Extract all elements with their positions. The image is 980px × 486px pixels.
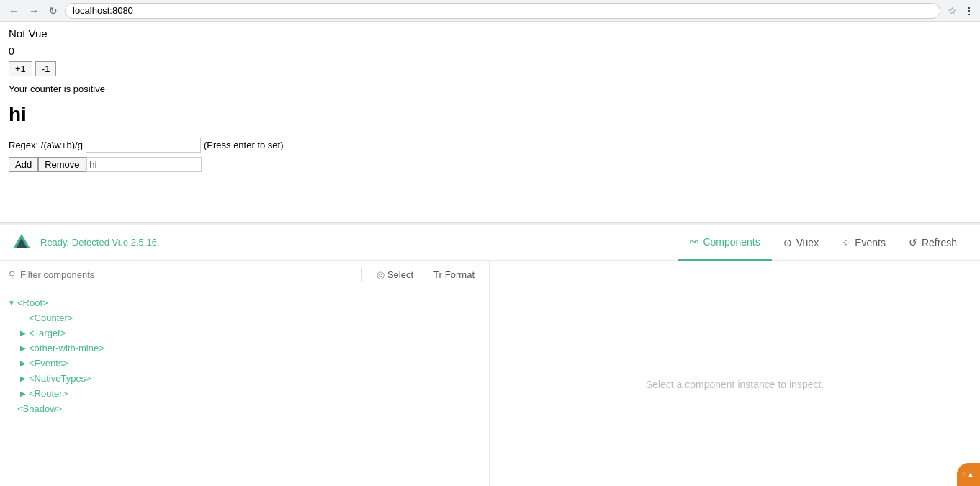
bookmark-icon: ☆ xyxy=(945,4,960,18)
tab-vuex[interactable]: ⊙ Vuex xyxy=(772,225,830,261)
regex-hint: (Press enter to set) xyxy=(204,140,284,150)
tab-events[interactable]: ⁘ Events xyxy=(830,225,897,261)
toggle-target[interactable]: ▶ xyxy=(17,329,29,337)
inspect-hint: Select a component instance to inspect. xyxy=(646,379,824,390)
devtools-body: ⚲ ◎ Select Tr Format xyxy=(0,261,980,486)
url-bar[interactable] xyxy=(65,3,940,19)
tree-label-target: <Target> xyxy=(29,328,66,338)
toggle-shadow xyxy=(6,405,17,413)
add-button[interactable]: Add xyxy=(9,157,38,172)
tree-label-native-types: <NativeTypes> xyxy=(29,373,91,384)
remove-button[interactable]: Remove xyxy=(38,157,86,172)
select-label: Select xyxy=(387,269,413,280)
tree-label-events: <Events> xyxy=(29,358,68,369)
reload-button[interactable]: ↻ xyxy=(46,4,60,18)
devtools-header: Ready. Detected Vue 2.5.16. ⚯ Components… xyxy=(0,225,980,261)
format-button[interactable]: Tr Format xyxy=(428,268,480,282)
format-icon: Tr xyxy=(433,269,442,280)
toggle-events[interactable]: ▶ xyxy=(17,359,29,367)
counter-buttons: +1 -1 xyxy=(9,61,971,76)
vuex-icon: ⊙ xyxy=(783,237,792,248)
browser-bar: ← → ↻ ☆ ⋮ xyxy=(0,0,980,22)
tree-list: ▼ <Root> <Counter> ▶ <Target> xyxy=(0,289,489,486)
counter-value: 0 xyxy=(9,45,971,57)
page-title: Not Vue xyxy=(9,27,971,40)
tree-item-events[interactable]: ▶ <Events> xyxy=(0,356,489,371)
menu-icon: ⋮ xyxy=(964,5,974,17)
tree-label-router: <Router> xyxy=(29,388,68,399)
components-icon: ⚯ xyxy=(690,236,698,248)
tree-item-router[interactable]: ▶ <Router> xyxy=(0,386,489,401)
refresh-label: Refresh xyxy=(922,237,957,248)
back-button[interactable]: ← xyxy=(6,4,22,18)
toggle-router[interactable]: ▶ xyxy=(17,390,29,397)
events-icon: ⁘ xyxy=(842,237,850,248)
tree-label-root: <Root> xyxy=(17,297,48,308)
badge-text: 8▲ xyxy=(962,470,974,479)
devtools-panel: Ready. Detected Vue 2.5.16. ⚯ Components… xyxy=(0,223,980,486)
bottom-badge: 8▲ xyxy=(957,463,980,486)
tree-item-other-with-mine[interactable]: ▶ <other-with-mine> xyxy=(0,341,489,356)
filter-input-wrapper: ⚲ xyxy=(9,269,353,280)
detected-text: Ready. Detected Vue 2.5.16. xyxy=(40,237,160,248)
toggle-root[interactable]: ▼ xyxy=(6,299,17,307)
toggle-other-with-mine[interactable]: ▶ xyxy=(17,344,29,352)
format-label: Format xyxy=(445,269,475,280)
tree-label-counter: <Counter> xyxy=(29,312,73,323)
regex-row: Regex: /(a\w+b)/g (Press enter to set) xyxy=(9,138,971,153)
page-content: Not Vue 0 +1 -1 Your counter is positive… xyxy=(0,22,980,223)
refresh-icon: ↺ xyxy=(909,237,917,248)
search-icon: ⚲ xyxy=(9,269,16,280)
vue-logo xyxy=(12,233,32,253)
tab-vuex-label: Vuex xyxy=(796,237,819,248)
tab-components[interactable]: ⚯ Components xyxy=(678,225,771,261)
tree-item-shadow[interactable]: <Shadow> xyxy=(0,401,489,416)
remove-input[interactable] xyxy=(86,157,202,172)
component-tree: ⚲ ◎ Select Tr Format xyxy=(0,261,490,486)
regex-input[interactable] xyxy=(86,138,201,153)
tree-label-other-with-mine: <other-with-mine> xyxy=(29,343,104,354)
regex-label: Regex: /(a\w+b)/g xyxy=(9,140,83,150)
select-icon: ◎ xyxy=(377,269,385,280)
toggle-native-types[interactable]: ▶ xyxy=(17,374,29,382)
devtools-nav: ⚯ Components ⊙ Vuex ⁘ Events ↺ Refresh xyxy=(678,225,968,261)
select-button[interactable]: ◎ Select xyxy=(371,268,419,282)
hi-text: hi xyxy=(9,103,971,126)
main-wrapper: Not Vue 0 +1 -1 Your counter is positive… xyxy=(0,22,980,486)
tab-events-label: Events xyxy=(855,237,886,248)
increment-button[interactable]: +1 xyxy=(9,61,32,76)
inspector-panel: Select a component instance to inspect. xyxy=(490,261,980,486)
positive-text: Your counter is positive xyxy=(9,84,971,94)
toggle-counter xyxy=(17,314,29,322)
tree-toolbar: ⚲ ◎ Select Tr Format xyxy=(0,261,489,289)
filter-input[interactable] xyxy=(20,269,353,280)
decrement-button[interactable]: -1 xyxy=(35,61,57,76)
tree-label-shadow: <Shadow> xyxy=(17,403,62,414)
tree-item-root[interactable]: ▼ <Root> xyxy=(0,295,489,310)
add-remove-row: Add Remove xyxy=(9,157,971,172)
tab-components-label: Components xyxy=(703,236,760,248)
tree-item-target[interactable]: ▶ <Target> xyxy=(0,325,489,341)
tree-item-native-types[interactable]: ▶ <NativeTypes> xyxy=(0,371,489,386)
forward-button[interactable]: → xyxy=(26,4,42,18)
refresh-button[interactable]: ↺ Refresh xyxy=(897,225,968,261)
tree-item-counter[interactable]: <Counter> xyxy=(0,310,489,325)
toolbar-divider xyxy=(361,268,362,282)
